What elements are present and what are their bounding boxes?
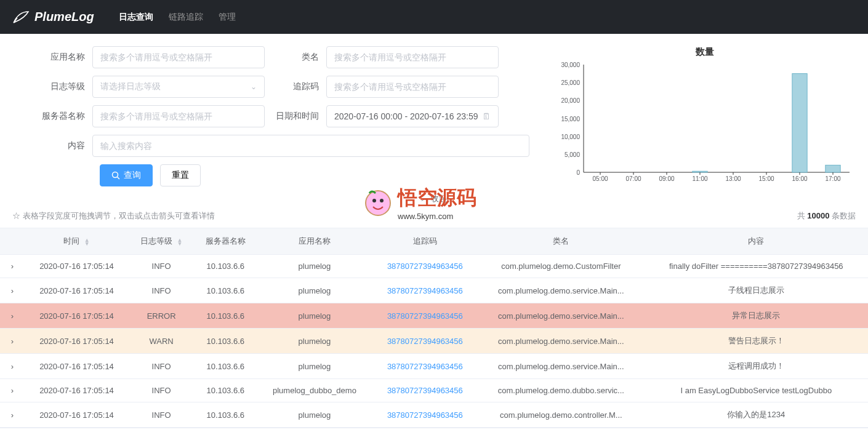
svg-rect-27 — [826, 165, 840, 172]
label-content: 内容 — [12, 140, 92, 151]
cell-trace[interactable]: 38780727394963456 — [372, 303, 478, 329]
col-header[interactable]: 内容 — [645, 228, 868, 255]
svg-text:25,000: 25,000 — [561, 79, 580, 86]
input-content[interactable] — [92, 135, 529, 157]
svg-text:13:00: 13:00 — [725, 175, 741, 182]
cell-trace[interactable]: 38780727394963456 — [372, 402, 478, 428]
expand-toggle[interactable]: › — [0, 329, 25, 354]
table-row: › 2020-07-16 17:05:14 INFO 10.103.6.6 pl… — [0, 278, 868, 303]
cell-time: 2020-07-16 17:05:14 — [25, 303, 129, 329]
footer-bar: 显示字段： 日志等级× 服务器名称× + 3... ⌄ 上一页 下一页 跳转至第… — [0, 428, 868, 432]
cell-app: plumelog_dubbo_demo — [257, 379, 372, 402]
cell-class: com.plumelog.demo.service.Main... — [478, 278, 644, 303]
cell-app: plumelog — [257, 278, 372, 303]
search-button[interactable]: 查询 — [100, 164, 153, 186]
cell-level: INFO — [129, 379, 194, 402]
col-header[interactable]: 应用名称 — [257, 228, 372, 255]
col-header[interactable]: 服务器名称 — [194, 228, 257, 255]
cell-server: 10.103.6.6 — [194, 255, 257, 278]
svg-text:05:00: 05:00 — [592, 175, 608, 182]
cell-content: 远程调用成功！ — [645, 354, 868, 379]
cell-time: 2020-07-16 17:05:14 — [25, 402, 129, 428]
svg-text:17:00: 17:00 — [825, 175, 840, 182]
cell-content: 异常日志展示 — [645, 303, 868, 329]
top-header: PlumeLog 日志查询 链路追踪 管理 — [0, 0, 868, 34]
nav-log-query[interactable]: 日志查询 — [119, 12, 153, 23]
search-form: 应用名称 类名 日志等级 请选择日志等级 ⌄ 追踪码 服务器名称 日期和时间 — [12, 46, 536, 190]
cell-level: INFO — [129, 255, 194, 278]
total-count: 共 10000 条数据 — [797, 210, 856, 222]
svg-text:10,000: 10,000 — [561, 134, 580, 140]
expand-toggle[interactable]: › — [0, 402, 25, 428]
cell-class: com.plumelog.demo.service.Main... — [478, 354, 644, 379]
svg-text:20,000: 20,000 — [561, 97, 580, 104]
col-header[interactable]: 追踪码 — [372, 228, 478, 255]
cell-server: 10.103.6.6 — [194, 329, 257, 354]
cell-time: 2020-07-16 17:05:14 — [25, 379, 129, 402]
cell-time: 2020-07-16 17:05:14 — [25, 329, 129, 354]
nav-trace[interactable]: 链路追踪 — [169, 12, 203, 23]
input-trace-id[interactable] — [326, 76, 499, 98]
col-header[interactable]: 日志等级 ▲▼ — [129, 228, 194, 255]
table-row: › 2020-07-16 17:05:14 INFO 10.103.6.6 pl… — [0, 402, 868, 428]
label-datetime: 日期和时间 — [265, 111, 326, 122]
cell-trace[interactable]: 38780727394963456 — [372, 354, 478, 379]
log-table: 时间 ▲▼日志等级 ▲▼服务器名称 应用名称 追踪码 类名 内容 › 2020-… — [0, 228, 868, 428]
cell-level: INFO — [129, 278, 194, 303]
expand-toggle[interactable]: › — [0, 303, 25, 329]
cell-level: INFO — [129, 354, 194, 379]
cell-level: ERROR — [129, 303, 194, 329]
svg-text:15:00: 15:00 — [758, 175, 774, 182]
expand-toggle[interactable]: › — [0, 354, 25, 379]
select-log-level[interactable]: 请选择日志等级 ⌄ — [92, 76, 265, 98]
cell-server: 10.103.6.6 — [194, 379, 257, 402]
cell-class: com.plumelog.demo.dubbo.servic... — [478, 379, 644, 402]
label-app-name: 应用名称 — [12, 52, 92, 63]
input-class-name[interactable] — [326, 46, 499, 68]
svg-text:16:00: 16:00 — [792, 175, 807, 182]
brand-logo: PlumeLog — [12, 10, 94, 24]
svg-rect-24 — [792, 74, 807, 172]
expand-toggle[interactable]: › — [0, 278, 25, 303]
cell-class: com.plumelog.demo.controller.M... — [478, 402, 644, 428]
reset-button[interactable]: 重置 — [160, 164, 201, 186]
input-datetime[interactable]: 2020-07-16 00:00 - 2020-07-16 23:59 🗓 — [326, 105, 499, 127]
cell-content: 你输入的是1234 — [645, 402, 868, 428]
svg-text:30,000: 30,000 — [561, 62, 580, 68]
cell-trace[interactable]: 38780727394963456 — [372, 255, 478, 278]
cell-server: 10.103.6.6 — [194, 278, 257, 303]
cell-trace[interactable]: 38780727394963456 — [372, 379, 478, 402]
svg-rect-17 — [693, 171, 707, 172]
svg-text:07:00: 07:00 — [625, 175, 641, 182]
tip-row: ☆ 表格字段宽度可拖拽调节，双击或点击箭头可查看详情 共 10000 条数据 — [0, 208, 868, 228]
col-header[interactable]: 时间 ▲▼ — [25, 228, 129, 255]
chart-panel: 数量 05,00010,00015,00020,00025,00030,0000… — [554, 46, 856, 190]
cell-time: 2020-07-16 17:05:14 — [25, 354, 129, 379]
chevron-down-icon: ⌄ — [251, 82, 257, 91]
nav-admin[interactable]: 管理 — [219, 12, 236, 23]
cell-trace[interactable]: 38780727394963456 — [372, 329, 478, 354]
cell-app: plumelog — [257, 402, 372, 428]
bar-chart: 05,00010,00015,00020,00025,00030,00005:0… — [554, 62, 856, 188]
col-header[interactable]: 类名 — [478, 228, 644, 255]
input-server-name[interactable] — [92, 105, 265, 127]
table-row: › 2020-07-16 17:05:14 INFO 10.103.6.6 pl… — [0, 354, 868, 379]
svg-line-1 — [118, 177, 120, 180]
brand-text: PlumeLog — [34, 10, 94, 24]
table-row: › 2020-07-16 17:05:14 INFO 10.103.6.6 pl… — [0, 379, 868, 402]
cell-class: com.plumelog.demo.service.Main... — [478, 303, 644, 329]
cell-trace[interactable]: 38780727394963456 — [372, 278, 478, 303]
cell-level: INFO — [129, 402, 194, 428]
cell-app: plumelog — [257, 303, 372, 329]
svg-text:15,000: 15,000 — [561, 116, 580, 122]
expand-toggle[interactable]: › — [0, 255, 25, 278]
label-server-name: 服务器名称 — [12, 111, 92, 122]
label-log-level: 日志等级 — [12, 81, 92, 92]
cell-app: plumelog — [257, 255, 372, 278]
collapse-toggle[interactable]: 收起 — [0, 190, 868, 208]
cell-server: 10.103.6.6 — [194, 354, 257, 379]
table-row: › 2020-07-16 17:05:14 INFO 10.103.6.6 pl… — [0, 255, 868, 278]
expand-toggle[interactable]: › — [0, 379, 25, 402]
svg-point-0 — [113, 172, 118, 178]
input-app-name[interactable] — [92, 46, 265, 68]
